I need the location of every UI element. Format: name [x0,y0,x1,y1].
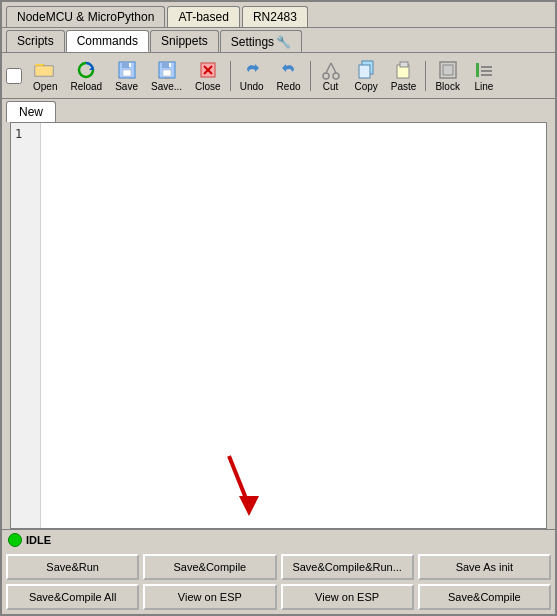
paste-label: Paste [391,81,417,92]
undo-label: Undo [240,81,264,92]
separator-1 [230,61,231,91]
save-icon [116,59,138,81]
save-button[interactable]: Save [109,56,144,95]
svg-text:...: ... [164,74,169,80]
svg-line-19 [326,63,331,73]
editor-area[interactable]: 1 [10,122,547,529]
line-number-1: 1 [15,127,36,141]
paste-icon [393,59,415,81]
svg-rect-29 [481,70,492,72]
line-button[interactable]: Line [467,56,501,95]
editor-wrapper: 1 [6,122,551,529]
status-idle: IDLE [8,533,51,547]
block-label: Block [435,81,459,92]
save-compile-all-button[interactable]: Save&Compile All [6,584,139,610]
redo-label: Redo [277,81,301,92]
top-tab-atbased[interactable]: AT-based [167,6,239,27]
undo-icon [241,59,263,81]
button-row-1: Save&Run Save&Compile Save&Compile&Run..… [6,554,551,580]
undo-button[interactable]: Undo [234,56,270,95]
toolbar: Open Reload Save [2,53,555,99]
line-numbers: 1 [11,123,41,528]
idle-label: IDLE [26,534,51,546]
doc-tabs-bar: New [2,99,555,122]
sub-tabs-bar: Scripts Commands Snippets Settings 🔧 [2,27,555,53]
open-icon [34,59,56,81]
line-icon [473,59,495,81]
tab-commands[interactable]: Commands [66,30,149,52]
main-window: NodeMCU & MicroPython AT-based RN2483 Sc… [0,0,557,616]
line-label: Line [474,81,493,92]
tab-scripts[interactable]: Scripts [6,30,65,52]
svg-rect-10 [162,62,170,68]
save-run-button[interactable]: Save&Run [6,554,139,580]
svg-rect-8 [129,63,131,67]
svg-rect-24 [400,62,408,67]
svg-rect-6 [122,62,130,68]
svg-point-18 [333,73,339,79]
close-icon [197,59,219,81]
toolbar-checkbox[interactable] [6,68,22,84]
reload-icon [75,59,97,81]
svg-rect-22 [359,65,370,78]
cut-icon [320,59,342,81]
reload-label: Reload [70,81,102,92]
copy-label: Copy [355,81,378,92]
close-button[interactable]: Close [189,56,227,95]
tab-snippets[interactable]: Snippets [150,30,219,52]
cut-label: Cut [323,81,339,92]
save-as-init-button[interactable]: Save As init [418,554,551,580]
svg-rect-7 [123,70,131,76]
saveas-label: Save... [151,81,182,92]
svg-rect-3 [35,66,53,76]
separator-2 [310,61,311,91]
open-button[interactable]: Open [27,56,63,95]
svg-line-20 [331,63,336,73]
copy-button[interactable]: Copy [349,56,384,95]
bottom-buttons: Save&Run Save&Compile Save&Compile&Run..… [2,550,555,614]
doc-tab-new[interactable]: New [6,101,56,122]
svg-rect-26 [443,65,453,75]
saveas-icon: ... [156,59,178,81]
settings-label: Settings [231,35,274,49]
idle-indicator [8,533,22,547]
save-label: Save [115,81,138,92]
copy-icon [355,59,377,81]
svg-rect-12 [169,63,171,67]
open-label: Open [33,81,57,92]
save-compile-button-2[interactable]: Save&Compile [418,584,551,610]
saveas-button[interactable]: ... Save... [145,56,188,95]
editor-content[interactable] [41,123,546,528]
redo-button[interactable]: Redo [271,56,307,95]
close-label: Close [195,81,221,92]
settings-icon: 🔧 [276,35,291,49]
tab-settings[interactable]: Settings 🔧 [220,30,302,52]
redo-icon [278,59,300,81]
top-tabs-bar: NodeMCU & MicroPython AT-based RN2483 [2,2,555,27]
paste-button[interactable]: Paste [385,56,423,95]
separator-3 [425,61,426,91]
cut-button[interactable]: Cut [314,56,348,95]
svg-rect-28 [481,66,492,68]
svg-point-17 [323,73,329,79]
svg-rect-30 [481,74,492,76]
reload-button[interactable]: Reload [64,56,108,95]
view-on-esp-button-2[interactable]: View on ESP [281,584,414,610]
button-row-2: Save&Compile All View on ESP View on ESP… [6,584,551,610]
block-button[interactable]: Block [429,56,465,95]
save-compile-run-button[interactable]: Save&Compile&Run... [281,554,414,580]
save-compile-button[interactable]: Save&Compile [143,554,276,580]
block-icon [437,59,459,81]
top-tab-nodemcu[interactable]: NodeMCU & MicroPython [6,6,165,27]
top-tab-rn2483[interactable]: RN2483 [242,6,308,27]
status-bar: IDLE [2,529,555,550]
svg-rect-27 [476,63,479,77]
view-on-esp-button-1[interactable]: View on ESP [143,584,276,610]
